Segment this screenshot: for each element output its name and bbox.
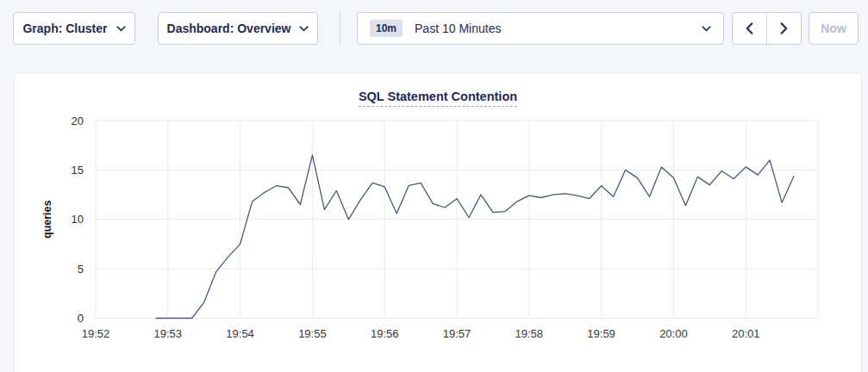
chevron-right-icon	[780, 22, 788, 34]
svg-text:20:00: 20:00	[659, 327, 688, 340]
svg-text:19:59: 19:59	[587, 327, 615, 340]
time-next-button[interactable]	[766, 13, 801, 44]
sql-statement-contention-chart[interactable]: 0510152019:5219:5319:5419:5519:5619:5719…	[15, 73, 863, 372]
chart-title-text[interactable]: SQL Statement Contention	[359, 90, 517, 107]
svg-text:19:55: 19:55	[298, 327, 327, 340]
time-step-button-group	[732, 12, 802, 45]
svg-text:19:52: 19:52	[82, 327, 110, 340]
svg-text:10: 10	[72, 213, 84, 226]
chevron-left-icon	[746, 22, 753, 34]
svg-text:19:53: 19:53	[154, 327, 183, 340]
time-range-dropdown[interactable]: 10m Past 10 Minutes	[357, 12, 724, 45]
chevron-down-icon	[116, 26, 126, 32]
chart-card: SQL Statement Contention 0510152019:5219…	[14, 72, 862, 372]
toolbar-divider	[340, 11, 340, 46]
svg-text:20: 20	[72, 115, 84, 127]
svg-text:19:57: 19:57	[443, 327, 471, 340]
now-button[interactable]: Now	[809, 12, 859, 45]
svg-text:0: 0	[78, 312, 84, 325]
svg-text:queries: queries	[41, 200, 53, 239]
chevron-down-icon	[702, 26, 711, 32]
toolbar: Graph: Cluster Dashboard: Overview 10m P…	[0, 0, 868, 72]
chart-title: SQL Statement Contention	[15, 89, 861, 104]
svg-text:5: 5	[78, 263, 84, 276]
time-prev-button[interactable]	[733, 13, 766, 44]
svg-text:15: 15	[72, 164, 84, 177]
svg-text:19:56: 19:56	[371, 327, 399, 340]
svg-text:20:01: 20:01	[732, 327, 760, 340]
graph-dropdown-label: Graph: Cluster	[22, 22, 107, 35]
svg-text:19:54: 19:54	[226, 327, 254, 340]
dashboard-dropdown[interactable]: Dashboard: Overview	[158, 12, 318, 45]
svg-text:19:58: 19:58	[515, 327, 544, 340]
dashboard-dropdown-label: Dashboard: Overview	[167, 22, 291, 35]
chevron-down-icon	[299, 26, 309, 32]
time-range-label: Past 10 Minutes	[415, 22, 501, 35]
graph-dropdown[interactable]: Graph: Cluster	[13, 12, 135, 45]
time-range-badge: 10m	[370, 20, 403, 37]
